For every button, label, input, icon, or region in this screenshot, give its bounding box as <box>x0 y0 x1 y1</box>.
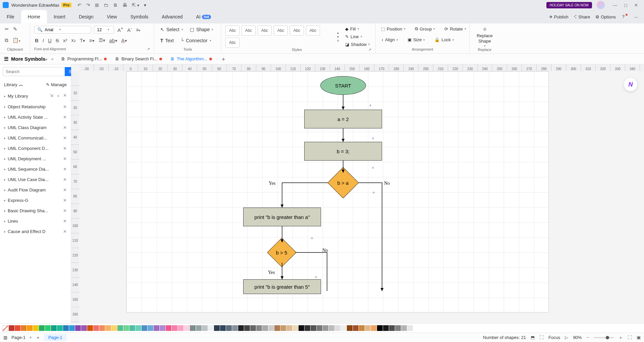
color-swatch[interactable] <box>172 325 177 331</box>
fullscreen-icon[interactable]: ⛶ <box>628 335 632 340</box>
color-swatch[interactable] <box>21 325 26 331</box>
underline-icon[interactable]: U <box>47 37 52 44</box>
color-swatch[interactable] <box>196 325 202 331</box>
shape-b-gt-5[interactable]: b > 5 <box>267 238 297 267</box>
page-tab[interactable]: Page-1 <box>44 334 66 341</box>
library-item[interactable]: ▸Object Relationship✕ <box>0 102 71 112</box>
replace-shape-button[interactable]: Replace Shape <box>477 33 493 44</box>
color-swatch[interactable] <box>250 325 256 331</box>
color-swatch[interactable] <box>9 325 14 331</box>
group-button[interactable]: ⧉Group▾ <box>414 25 436 32</box>
color-swatch[interactable] <box>75 325 81 331</box>
maximize-icon[interactable]: ◻ <box>624 3 628 8</box>
color-swatch[interactable] <box>142 325 147 331</box>
save-icon[interactable]: 🗎 <box>113 2 118 8</box>
focus-label[interactable]: Focus <box>548 335 560 340</box>
color-swatch[interactable] <box>280 325 286 331</box>
close-lib-icon[interactable]: ✕ <box>63 167 67 172</box>
cut-icon[interactable]: ✂ <box>4 25 10 33</box>
color-swatch[interactable] <box>63 325 69 331</box>
new-icon[interactable]: ⊞ <box>95 2 99 8</box>
color-swatch[interactable] <box>365 325 371 331</box>
shape-b-gt-a[interactable]: b > a <box>327 167 359 198</box>
styles-scroll-down-icon[interactable]: ▾ <box>337 35 339 39</box>
close-icon[interactable]: ✕ <box>634 3 638 8</box>
connector-tool[interactable]: └Connector▾ <box>178 37 213 45</box>
handle-plus-icon[interactable]: + <box>371 165 375 170</box>
color-swatch[interactable] <box>51 325 57 331</box>
color-swatch[interactable] <box>45 325 51 331</box>
color-swatch[interactable] <box>256 325 262 331</box>
color-swatch[interactable] <box>214 325 220 331</box>
close-lib-icon[interactable]: ✕ <box>63 104 67 109</box>
color-swatch[interactable] <box>15 325 20 331</box>
search-input[interactable] <box>3 67 65 76</box>
decrease-font-icon[interactable]: A- <box>126 25 132 34</box>
close-lib-icon[interactable]: ✕ <box>63 146 67 151</box>
shape-print-greater-5[interactable]: print "b is greater than 5" <box>243 279 321 294</box>
color-swatch[interactable] <box>202 325 208 331</box>
color-swatch[interactable] <box>160 325 165 331</box>
color-swatch[interactable] <box>286 325 292 331</box>
focus-icon[interactable]: ⛶ <box>539 335 544 340</box>
handle-plus-icon[interactable]: + <box>368 103 373 108</box>
library-item[interactable]: ▸UML Communicati...✕ <box>0 133 71 143</box>
format-painter-icon[interactable]: ✎ <box>12 25 18 33</box>
color-swatch[interactable] <box>407 325 413 331</box>
color-swatch[interactable] <box>359 325 365 331</box>
publish-button[interactable]: ✈Publish <box>549 14 569 19</box>
user-avatar[interactable] <box>597 1 605 9</box>
color-swatch[interactable] <box>105 325 111 331</box>
more-symbols-label[interactable]: More Symbols▾ <box>11 56 47 62</box>
color-swatch[interactable] <box>383 325 389 331</box>
library-item[interactable]: ▸UML Deployment ...✕ <box>0 154 71 164</box>
font-color-icon[interactable]: A▾ <box>121 37 128 44</box>
add-icon[interactable]: ＋ <box>56 93 60 99</box>
manage-button[interactable]: ✎ Manage <box>46 81 67 88</box>
color-swatch[interactable] <box>292 325 298 331</box>
add-page-icon[interactable]: ＋ <box>36 335 40 341</box>
close-lib-icon[interactable]: ✕ <box>63 198 67 203</box>
align-button[interactable]: ⫞Align▾ <box>380 37 399 43</box>
styles-scroll-up-icon[interactable]: ▴ <box>337 31 339 35</box>
color-swatch[interactable] <box>317 325 322 331</box>
document-tab[interactable]: 🗎Binary Search Fl... <box>111 54 166 64</box>
tab-advanced[interactable]: Advanced <box>155 10 189 23</box>
color-swatch[interactable] <box>148 325 153 331</box>
color-swatch[interactable] <box>299 325 304 331</box>
collapse-panel-icon[interactable]: « <box>51 56 54 61</box>
styles-group-launcher-icon[interactable]: ↗ <box>368 48 371 52</box>
tab-insert[interactable]: Insert <box>47 10 72 23</box>
color-swatch[interactable] <box>136 325 141 331</box>
fit-page-icon[interactable]: ▣ <box>637 335 641 340</box>
shape-tool[interactable]: ▢Shape▾ <box>188 25 215 34</box>
library-item[interactable]: ▸Express-G✕ <box>0 195 71 206</box>
color-swatch[interactable] <box>353 325 359 331</box>
style-swatch[interactable]: Abc <box>274 25 288 36</box>
more-qat-icon[interactable]: ▾ <box>144 2 146 8</box>
close-lib-icon[interactable]: ✕ <box>63 125 67 130</box>
color-swatch[interactable] <box>395 325 401 331</box>
tab-home[interactable]: Home <box>21 10 47 23</box>
close-lib-icon[interactable]: ✕ <box>63 93 67 99</box>
print-icon[interactable]: 🖶 <box>122 2 127 8</box>
library-item[interactable]: ▸My Library⇲＋✕ <box>0 90 71 102</box>
fill-button[interactable]: ◆Fill▾ <box>344 26 371 32</box>
color-swatch[interactable] <box>93 325 99 331</box>
bullet-icon[interactable]: ☰▾ <box>98 37 106 44</box>
shape-start[interactable]: START <box>320 76 366 95</box>
close-lib-icon[interactable]: ✕ <box>63 115 67 120</box>
shape-print-greater-a[interactable]: print "b is greater than a" <box>243 208 321 226</box>
line-button[interactable]: ✎Line▾ <box>344 34 371 40</box>
select-tool[interactable]: ↖Select▾ <box>158 25 185 34</box>
redo-icon[interactable]: ↷ <box>86 2 90 8</box>
tab-file[interactable]: File <box>0 10 21 23</box>
symbols-drawer-icon[interactable]: ☰ <box>4 56 8 62</box>
color-swatch[interactable] <box>39 325 45 331</box>
paste-icon[interactable]: 📋▾ <box>12 37 21 44</box>
close-lib-icon[interactable]: ✕ <box>63 229 67 234</box>
handle-plus-icon[interactable]: + <box>371 190 376 195</box>
case-icon[interactable]: T▾ <box>79 37 86 44</box>
subscript-icon[interactable]: x₂ <box>70 37 76 44</box>
color-swatch[interactable] <box>123 325 129 331</box>
